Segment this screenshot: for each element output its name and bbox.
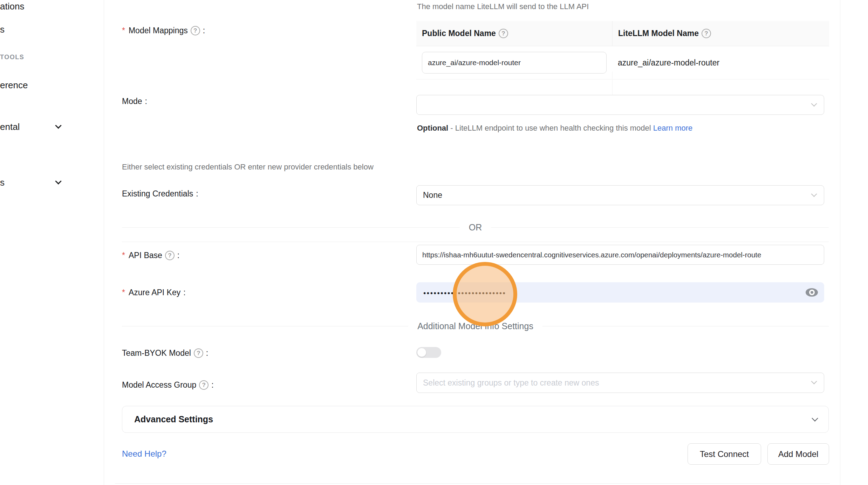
or-divider: OR: [122, 222, 829, 233]
model-mappings-table: Public Model Name ? LiteLLM Model Name ?…: [416, 21, 829, 79]
divider-line: [122, 326, 408, 326]
chevron-down-icon: [811, 379, 817, 384]
help-icon[interactable]: ?: [165, 251, 175, 260]
existing-credentials-select[interactable]: None: [416, 185, 824, 205]
add-model-form: The model name LiteLLM will send to the …: [104, 0, 840, 485]
litellm-model-name-header: LiteLLM Model Name ?: [612, 21, 829, 46]
sidebar: ations s TOOLS erence ental s: [0, 0, 104, 485]
sidebar-item-models[interactable]: s: [0, 24, 5, 35]
public-model-name-input[interactable]: [422, 52, 607, 74]
help-icon[interactable]: ?: [702, 29, 711, 38]
api-base-input[interactable]: [416, 245, 824, 265]
mode-select[interactable]: [416, 95, 824, 115]
additional-settings-divider-text: Additional Model Info Settings: [408, 321, 542, 331]
mode-helper-text: Optional - LiteLLM endpoint to use when …: [417, 121, 705, 135]
team-byok-toggle[interactable]: [416, 347, 441, 358]
credentials-note: Either select existing credentials OR en…: [122, 162, 374, 172]
litellm-model-name-value: azure_ai/azure-model-router: [618, 46, 719, 79]
add-model-button[interactable]: Add Model: [767, 443, 829, 465]
model-mappings-label: * Model Mappings ? :: [122, 26, 205, 35]
chevron-down-icon: [55, 122, 61, 129]
card-bottom-edge: [115, 483, 830, 484]
model-access-group-label: Model Access Group ? :: [122, 380, 214, 390]
existing-credentials-value: None: [423, 190, 442, 200]
eye-iris: [809, 290, 815, 295]
additional-settings-divider: Additional Model Info Settings: [122, 321, 829, 331]
azure-api-key-input[interactable]: ••••••••••••••••••••••••: [416, 282, 824, 303]
test-connect-button[interactable]: Test Connect: [688, 443, 761, 465]
eye-pupil: [811, 291, 813, 294]
model-access-group-select[interactable]: Select existing groups or type to create…: [416, 373, 824, 393]
divider-line: [542, 326, 829, 326]
model-mappings-header: Public Model Name ? LiteLLM Model Name ?: [416, 21, 829, 46]
sidebar-section-tools: TOOLS: [0, 54, 24, 61]
divider-line: [491, 227, 829, 228]
public-model-name-header: Public Model Name ?: [416, 21, 612, 46]
sidebar-item-inference[interactable]: erence: [0, 80, 28, 91]
masked-api-key: ••••••••••••••••••••••••: [423, 289, 506, 297]
chevron-down-icon: [55, 178, 61, 184]
model-access-group-placeholder: Select existing groups or type to create…: [423, 378, 599, 388]
eye-icon[interactable]: [806, 288, 818, 297]
advanced-settings-title: Advanced Settings: [134, 414, 213, 424]
need-help-link[interactable]: Need Help?: [122, 449, 166, 459]
help-icon[interactable]: ?: [499, 29, 508, 38]
sidebar-item-label: s: [0, 24, 5, 35]
sidebar-item-label: erence: [0, 80, 28, 90]
chevron-down-icon: [812, 415, 818, 421]
help-icon[interactable]: ?: [191, 26, 200, 35]
required-asterisk: *: [122, 251, 125, 260]
sidebar-item-organizations[interactable]: ations: [0, 1, 24, 12]
required-asterisk: *: [122, 26, 125, 35]
mode-label: Mode :: [122, 97, 147, 106]
model-name-helper-text: The model name LiteLLM will send to the …: [417, 2, 589, 11]
toggle-knob: [417, 348, 426, 357]
model-mapping-row: azure_ai/azure-model-router: [416, 46, 829, 79]
sidebar-item-experimental[interactable]: ental: [0, 122, 20, 132]
or-divider-text: OR: [460, 222, 491, 233]
sidebar-item-settings[interactable]: s: [0, 177, 5, 188]
chevron-down-icon: [811, 101, 817, 106]
sidebar-item-label: ations: [0, 1, 24, 12]
optional-bold: Optional: [417, 124, 448, 132]
team-byok-label: Team-BYOK Model ? :: [122, 348, 208, 358]
chevron-down-icon: [811, 191, 817, 197]
api-base-label: * API Base ? :: [122, 251, 179, 260]
required-asterisk: *: [122, 288, 125, 297]
learn-more-link[interactable]: Learn more: [653, 124, 693, 132]
sidebar-item-label: s: [0, 177, 5, 188]
advanced-settings-header[interactable]: Advanced Settings: [122, 406, 829, 433]
help-icon[interactable]: ?: [199, 380, 209, 390]
existing-credentials-label: Existing Credentials :: [122, 189, 198, 199]
divider-line: [122, 227, 460, 228]
help-icon[interactable]: ?: [194, 348, 203, 358]
sidebar-item-label: ental: [0, 122, 20, 132]
section-divider: [122, 242, 829, 242]
add-model-page: ations s TOOLS erence ental s The model …: [0, 0, 868, 485]
azure-api-key-label: * Azure API Key :: [122, 288, 186, 297]
